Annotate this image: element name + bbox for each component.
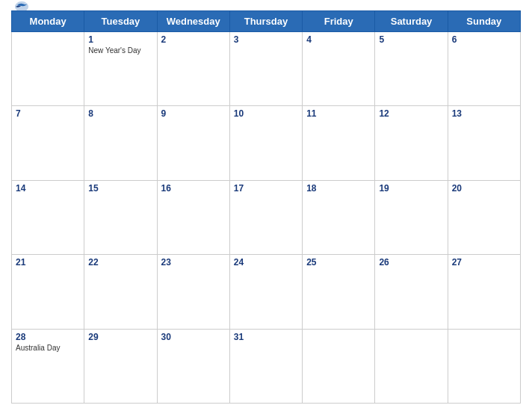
calendar-cell: 20 [448,180,520,254]
calendar-cell: 6 [448,32,520,106]
calendar-cell: 30 [157,329,229,403]
day-number: 11 [306,108,371,119]
day-number: 20 [452,183,516,194]
day-number: 7 [16,108,80,119]
day-number: 4 [306,34,371,45]
day-number: 16 [161,183,226,194]
day-number: 19 [379,183,443,194]
calendar-cell: 19 [375,180,448,254]
day-header-friday: Friday [303,11,375,32]
calendar-cell: 21 [12,255,84,329]
logo [11,0,32,15]
calendar-cell: 31 [229,329,302,403]
day-number: 26 [379,257,443,268]
calendar-table: MondayTuesdayWednesdayThursdayFridaySatu… [11,10,521,404]
logo-bird-icon [11,0,32,13]
day-number: 23 [161,257,226,268]
calendar-cell: 13 [448,106,520,180]
day-number: 6 [452,34,516,45]
day-header-wednesday: Wednesday [157,11,229,32]
calendar-cell: 18 [303,180,375,254]
calendar-week-1: 1New Year's Day23456 [12,32,521,106]
day-number: 15 [88,183,152,194]
day-number: 14 [16,183,80,194]
calendar-cell: 17 [229,180,302,254]
calendar-cell: 25 [303,255,375,329]
calendar-header: MondayTuesdayWednesdayThursdayFridaySatu… [12,11,521,32]
calendar-cell: 27 [448,255,520,329]
calendar-cell: 7 [12,106,84,180]
day-headers-row: MondayTuesdayWednesdayThursdayFridaySatu… [12,11,521,32]
holiday-label: New Year's Day [88,46,152,55]
day-number: 10 [234,108,298,119]
calendar-cell: 24 [229,255,302,329]
calendar-cell: 15 [84,180,157,254]
calendar-cell: 28Australia Day [12,329,84,403]
calendar-cell: 4 [303,32,375,106]
calendar-cell [303,329,375,403]
day-number: 27 [452,257,516,268]
day-header-thursday: Thursday [229,11,302,32]
day-number: 28 [16,332,80,342]
day-header-sunday: Sunday [448,11,520,32]
day-header-tuesday: Tuesday [84,11,157,32]
day-number: 8 [88,108,152,119]
calendar-cell: 14 [12,180,84,254]
day-number: 9 [161,108,226,119]
calendar-week-5: 28Australia Day293031 [12,329,521,403]
day-number: 29 [88,332,152,342]
holiday-label: Australia Day [16,344,80,352]
day-number: 3 [234,34,298,45]
day-number: 17 [234,183,298,194]
calendar-cell: 22 [84,255,157,329]
calendar-cell: 3 [229,32,302,106]
calendar-cell: 10 [229,106,302,180]
calendar-cell: 12 [375,106,448,180]
day-number: 1 [88,34,152,45]
calendar-cell [12,32,84,106]
calendar-cell: 11 [303,106,375,180]
calendar-week-4: 21222324252627 [12,255,521,329]
calendar-cell: 16 [157,180,229,254]
day-number: 5 [379,34,443,45]
calendar-week-2: 78910111213 [12,106,521,180]
calendar-cell [375,329,448,403]
day-number: 21 [16,257,80,268]
calendar-cell: 29 [84,329,157,403]
calendar-cell: 2 [157,32,229,106]
calendar-cell: 5 [375,32,448,106]
day-number: 31 [234,332,298,342]
day-number: 2 [161,34,226,45]
day-number: 13 [452,108,516,119]
calendar-week-3: 14151617181920 [12,180,521,254]
calendar-cell: 8 [84,106,157,180]
calendar-cell: 1New Year's Day [84,32,157,106]
day-number: 22 [88,257,152,268]
day-number: 30 [161,332,226,342]
day-header-saturday: Saturday [375,11,448,32]
day-number: 18 [306,183,371,194]
day-number: 12 [379,108,443,119]
calendar-cell: 23 [157,255,229,329]
day-number: 24 [234,257,298,268]
day-number: 25 [306,257,371,268]
calendar-body: 1New Year's Day2345678910111213141516171… [12,32,521,404]
calendar-cell [448,329,520,403]
calendar-cell: 9 [157,106,229,180]
calendar-cell: 26 [375,255,448,329]
